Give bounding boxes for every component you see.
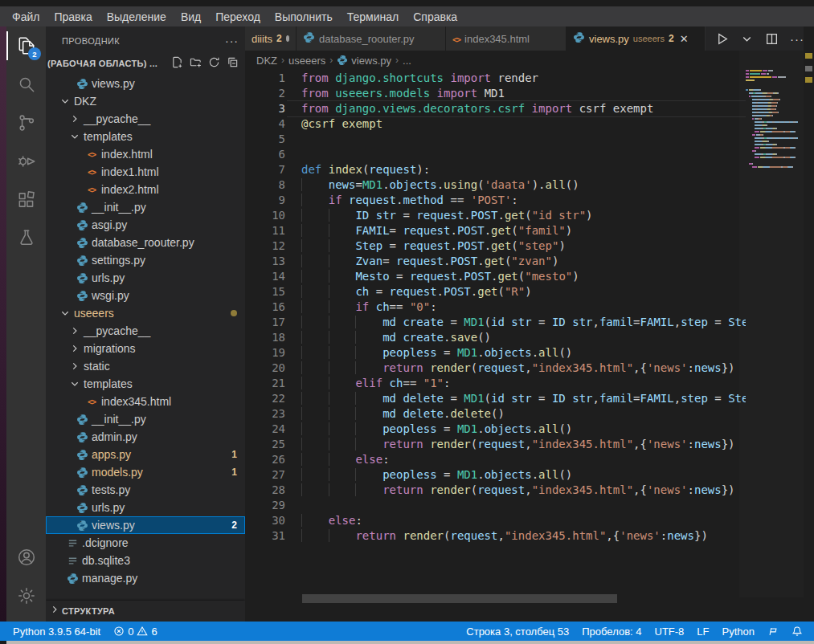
code-line[interactable]: 10 ID_str = request.POST.get("id_str") [245, 207, 746, 222]
code-line[interactable]: 31 return render(request,"index345.html"… [245, 528, 746, 543]
run-button[interactable] [715, 32, 729, 46]
code-line[interactable]: 8 news=MD1.objects.using('daata').all() [245, 177, 746, 192]
tree-item-__init__.py[interactable]: __init__.py [46, 410, 245, 428]
chevron-down-icon[interactable] [740, 32, 754, 46]
extensions-icon[interactable] [6, 181, 46, 219]
code-line[interactable]: 27 peopless = MD1.objects.all() [245, 467, 746, 482]
breadcrumb-item[interactable]: ... [403, 55, 411, 67]
encoding-status[interactable]: UTF-8 [648, 622, 691, 641]
minimap[interactable] [746, 70, 804, 169]
eol-status[interactable]: LF [690, 622, 715, 641]
tree-item-views.py[interactable]: views.py [46, 75, 245, 92]
code-line[interactable]: 15 ch = request.POST.get("R") [245, 283, 746, 299]
tree-item-models.py[interactable]: models.py1 [46, 463, 245, 481]
indentation-status[interactable]: Пробелов: 4 [575, 622, 648, 641]
code-line[interactable]: 20 return render(request,"index345.html"… [245, 360, 746, 375]
tree-item-urls.py[interactable]: urls.py [46, 499, 245, 516]
menu-item[interactable]: Выделение [100, 8, 174, 26]
code-line[interactable]: 7def index(request): [245, 161, 746, 177]
tree-item-settings.py[interactable]: settings.py [46, 251, 245, 269]
code-line[interactable]: 17 md_create = MD1(id_str = ID_str,famil… [245, 314, 746, 329]
notifications-bell-icon[interactable] [785, 622, 809, 641]
code-line[interactable]: 19 peopless = MD1.objects.all() [245, 344, 746, 360]
tree-item-admin.py[interactable]: admin.py [46, 428, 245, 446]
settings-icon[interactable] [6, 577, 46, 615]
new-file-icon[interactable] [171, 56, 183, 71]
tree-item-__init__.py[interactable]: __init__.py [46, 198, 245, 216]
code-line[interactable]: 24 peopless = MD1.objects.all() [245, 421, 746, 436]
tree-item-.dcignore[interactable]: .dcignore [46, 534, 245, 552]
outline-section-header[interactable]: СТРУКТУРА [46, 601, 245, 622]
menu-item[interactable]: Вид [174, 8, 208, 26]
tree-item-tests.py[interactable]: tests.py [46, 481, 245, 499]
account-icon[interactable] [6, 538, 46, 577]
breadcrumb-item[interactable]: views.py [337, 55, 391, 67]
menu-item[interactable]: Справка [406, 8, 464, 26]
code-line[interactable]: 28 return render(request,"index345.html"… [245, 482, 746, 497]
tree-item-index1.html[interactable]: <>index1.html [46, 163, 245, 181]
tree-item-DKZ[interactable]: DKZ [46, 92, 245, 110]
tree-item-templates[interactable]: templates [46, 128, 245, 145]
cursor-position-status[interactable]: Строка 3, столбец 53 [460, 622, 575, 641]
explorer-icon[interactable]: 2 [6, 26, 46, 65]
tree-item-__pycache__[interactable]: __pycache__ [46, 322, 245, 340]
tree-item-urls.py[interactable]: urls.py [46, 269, 245, 287]
tree-item-db.sqlite3[interactable]: db.sqlite3 [46, 552, 245, 569]
code-line[interactable]: 21 elif ch== "1": [245, 375, 746, 390]
menu-item[interactable]: Правка [47, 8, 99, 26]
code-line[interactable]: 1from django.shortcuts import render [245, 70, 746, 85]
tree-item-asgi.py[interactable]: asgi.py [46, 216, 245, 234]
code-line[interactable]: 16 if ch== "0": [245, 299, 746, 314]
code-line[interactable]: 4@csrf_exempt [245, 116, 746, 131]
run-debug-icon[interactable] [6, 142, 46, 181]
testing-icon[interactable] [6, 219, 46, 258]
overview-ruler[interactable] [804, 26, 814, 597]
search-icon[interactable] [6, 65, 46, 104]
tab-index345.html[interactable]: <>index345.html [446, 26, 567, 51]
menu-item[interactable]: Выполнить [268, 8, 340, 26]
tree-item-templates[interactable]: templates [46, 375, 245, 393]
more-actions-icon[interactable]: ··· [790, 32, 804, 46]
collapse-all-icon[interactable] [227, 56, 239, 71]
tree-item-wsgi.py[interactable]: wsgi.py [46, 287, 245, 304]
code-line[interactable]: 14 Mesto = request.POST.get("mesto") [245, 268, 746, 283]
python-interpreter-status[interactable]: Python 3.9.5 64-bit [6, 622, 107, 641]
split-editor-button[interactable] [765, 32, 779, 46]
language-mode-status[interactable]: Python [716, 622, 761, 641]
tree-item-migrations[interactable]: migrations [46, 340, 245, 357]
feedback-icon[interactable] [761, 622, 785, 641]
tab-database_roouter.py[interactable]: database_roouter.py [297, 26, 446, 51]
tab-views.py[interactable]: views.pyuseeers2✕ [567, 26, 705, 51]
code-line[interactable]: 23 md_delete.delete() [245, 406, 746, 421]
code-line[interactable]: 9 if request.method == 'POST': [245, 192, 746, 207]
code-line[interactable]: 30 else: [245, 512, 746, 528]
code-line[interactable]: 3from django.views.decorators.csrf impor… [245, 100, 746, 116]
tab-diiits[interactable]: diiits2 [245, 26, 297, 51]
workspace-section-header[interactable]: (РАБОЧАЯ ОБЛАСТЬ) ... [46, 55, 245, 72]
source-control-icon[interactable] [6, 104, 46, 142]
breadcrumb-item[interactable]: DKZ [256, 55, 277, 67]
code-line[interactable]: 25 return render(request,"index345.html"… [245, 436, 746, 451]
code-line[interactable]: 26 else: [245, 451, 746, 467]
horizontal-scrollbar[interactable] [302, 594, 617, 603]
tree-item-manage.py[interactable]: manage.py [46, 569, 245, 587]
tree-item-index2.html[interactable]: <>index2.html [46, 181, 245, 198]
sidebar-more-actions-icon[interactable]: ··· [225, 35, 239, 47]
menu-item[interactable]: Файл [5, 8, 47, 26]
code-line[interactable]: 12 Step = request.POST.get("step") [245, 238, 746, 253]
code-line[interactable]: 2from useeers.models import MD1 [245, 85, 746, 100]
tree-item-index.html[interactable]: <>index.html [46, 145, 245, 163]
problems-status[interactable]: 0 6 [107, 622, 163, 641]
tree-item-apps.py[interactable]: apps.py1 [46, 446, 245, 463]
breadcrumb-item[interactable]: useeers [288, 55, 325, 67]
new-folder-icon[interactable] [190, 56, 202, 71]
code-line[interactable]: 11 FAMIL= request.POST.get("famil") [245, 222, 746, 238]
tree-item-database_roouter.py[interactable]: database_roouter.py [46, 234, 245, 251]
tree-item-__pycache__[interactable]: __pycache__ [46, 110, 245, 128]
tree-item-index345.html[interactable]: <>index345.html [46, 393, 245, 410]
close-icon[interactable]: ✕ [680, 33, 689, 45]
code-line[interactable]: 29 [245, 497, 746, 512]
tree-item-static[interactable]: static [46, 357, 245, 375]
menu-item[interactable]: Терминал [340, 8, 406, 26]
code-area[interactable]: 1from django.shortcuts import render2fro… [245, 70, 746, 613]
